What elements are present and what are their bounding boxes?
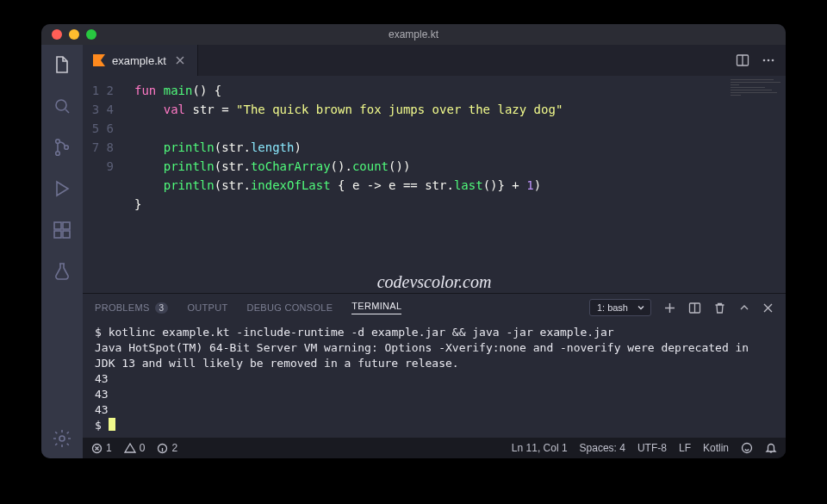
svg-point-0	[56, 100, 66, 110]
window-zoom-dot[interactable]	[86, 29, 96, 40]
status-spaces[interactable]: Spaces: 4	[580, 442, 625, 454]
status-line-column[interactable]: Ln 11, Col 1	[512, 442, 568, 454]
explorer-icon[interactable]	[51, 53, 73, 76]
panel-tab-output[interactable]: OUTPUT	[187, 302, 227, 313]
status-warnings[interactable]: 0	[124, 442, 146, 454]
trash-icon[interactable]	[713, 302, 726, 314]
bottom-panel: PROBLEMS3 OUTPUT DEBUG CONSOLE TERMINAL …	[83, 293, 786, 438]
status-encoding[interactable]: UTF-8	[637, 442, 667, 454]
svg-point-1	[56, 140, 60, 144]
new-terminal-icon[interactable]	[663, 302, 676, 314]
feedback-icon[interactable]	[741, 442, 753, 454]
close-tab-icon[interactable]	[173, 53, 187, 67]
settings-gear-icon[interactable]	[51, 427, 73, 450]
more-actions-icon[interactable]	[762, 53, 775, 67]
svg-point-12	[772, 59, 774, 62]
svg-point-10	[763, 59, 766, 62]
panel-tab-problems[interactable]: PROBLEMS3	[95, 302, 168, 313]
split-editor-icon[interactable]	[736, 53, 749, 67]
svg-rect-4	[54, 222, 61, 229]
status-language[interactable]: Kotlin	[703, 442, 729, 454]
panel-tab-terminal[interactable]: TERMINAL	[351, 301, 401, 314]
terminal-output[interactable]: $ kotlinc example.kt -include-runtime -d…	[83, 321, 786, 438]
svg-rect-6	[63, 231, 70, 238]
window-title: example.kt	[41, 28, 786, 40]
source-control-icon[interactable]	[51, 136, 73, 159]
window-close-dot[interactable]	[52, 29, 62, 40]
minimap[interactable]	[731, 79, 782, 131]
svg-point-8	[59, 436, 65, 441]
kotlin-file-icon	[93, 54, 105, 66]
activity-bar	[41, 45, 83, 458]
tab-filename: example.kt	[112, 54, 166, 67]
chevron-down-icon	[637, 303, 645, 312]
editor-tab-bar: example.kt	[83, 45, 786, 76]
close-panel-icon[interactable]	[762, 302, 774, 314]
svg-rect-7	[63, 222, 70, 229]
svg-point-11	[768, 59, 770, 62]
line-gutter: 1 2 3 4 5 6 7 8 9	[83, 76, 126, 293]
run-debug-icon[interactable]	[51, 177, 73, 200]
testing-icon[interactable]	[51, 260, 73, 283]
code-editor[interactable]: 1 2 3 4 5 6 7 8 9 fun main() { val str =…	[83, 76, 786, 293]
status-eol[interactable]: LF	[679, 442, 691, 454]
terminal-selector[interactable]: 1: bash	[589, 299, 651, 316]
svg-point-2	[56, 152, 60, 156]
maximize-panel-icon[interactable]	[738, 302, 750, 314]
window-minimize-dot[interactable]	[69, 29, 79, 40]
notifications-icon[interactable]	[765, 442, 777, 454]
search-icon[interactable]	[51, 95, 73, 117]
extensions-icon[interactable]	[51, 219, 73, 241]
status-info[interactable]: 2	[157, 442, 177, 454]
terminal-cursor	[109, 418, 115, 431]
svg-point-16	[743, 444, 752, 453]
vscode-window: example.kt	[41, 24, 786, 458]
editor-tab-example-kt[interactable]: example.kt	[83, 45, 198, 76]
panel-tab-debug-console[interactable]: DEBUG CONSOLE	[246, 302, 333, 313]
status-errors[interactable]: 1	[91, 442, 112, 454]
svg-rect-5	[54, 231, 61, 238]
titlebar: example.kt	[41, 24, 786, 45]
code-content[interactable]: fun main() { val str = "The quick brown …	[126, 76, 786, 293]
split-terminal-icon[interactable]	[688, 302, 701, 314]
status-bar: 1 0 2 Ln 11, Col 1 Spaces: 4 UTF-8 LF Ko…	[83, 438, 786, 458]
